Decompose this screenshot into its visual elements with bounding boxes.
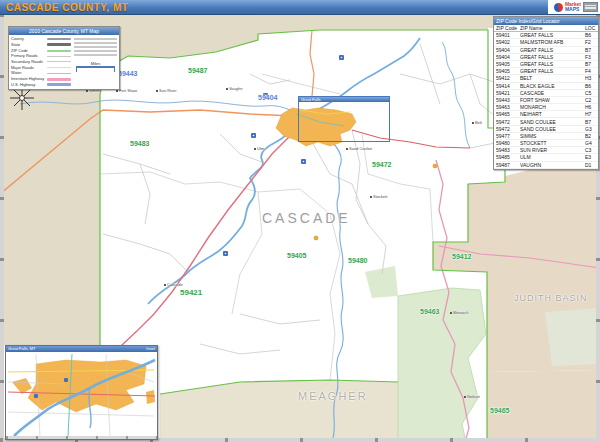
legend-fineprint-line [74, 42, 117, 44]
logo-badge [583, 2, 598, 12]
legend-box: 2010 Cascade County, MT Map CountyStateZ… [8, 26, 120, 90]
legend-fineprint-line [74, 46, 117, 48]
zip-index-row: 59405GREAT FALLSF4 [494, 68, 598, 75]
legend-fineprint: Miles [74, 36, 117, 88]
zip-index-table: ZIP Code Index/Grid Locator ZIP Code ZIP… [493, 16, 599, 170]
zip-index-row: 59487VAUGHND1 [494, 162, 598, 169]
legend-item: Interstate Highway [11, 77, 71, 82]
map-poster: Great Falls 5944359487594045948359421594… [0, 0, 600, 442]
column-header-name: ZIP Name [520, 25, 585, 31]
legend-item: County [11, 37, 71, 42]
logo-word2: MAPS [565, 7, 581, 12]
legend-fineprint-line [74, 50, 117, 52]
great-falls-inset-map: Great Falls, MT Inset [5, 345, 158, 440]
inset-locator-box: Great Falls [298, 96, 390, 142]
region-southeast-county [487, 370, 600, 442]
zip-index-title: ZIP Code Index/Grid Locator [494, 17, 598, 25]
forest-area-east [545, 308, 600, 366]
inset-header-right: Inset [146, 346, 155, 352]
inset-locator-label: Great Falls [299, 97, 389, 102]
zip-index-row: 59483SUN RIVERC3 [494, 147, 598, 154]
region-meagher [160, 380, 398, 442]
zip-index-body: 59401GREAT FALLSB659402MALMSTROM AFBF259… [494, 32, 598, 169]
inset-title: Great Falls, MT [8, 346, 36, 352]
legend-item: Primary Roads [11, 54, 71, 59]
inset-map-canvas [6, 352, 157, 438]
zip-index-row: 59414BLACK EAGLEB6 [494, 83, 598, 90]
zip-index-row: 59477SIMMSB2 [494, 133, 598, 140]
zip-index-column-headers: ZIP Code ZIP Name LOC [494, 25, 598, 32]
logo-mark-icon [554, 3, 563, 12]
zip-index-row: 59485ULME3 [494, 154, 598, 161]
zip-index-row: 59480STOCKETTG4 [494, 140, 598, 147]
page-title: CASCADE COUNTY, MT [0, 2, 128, 13]
legend-items: CountyStateZIP CodePrimary RoadsSecondar… [11, 36, 71, 88]
legend-item: Secondary Roads [11, 59, 71, 64]
legend-title: 2010 Cascade County, MT Map [9, 27, 119, 35]
zip-index-row: 59472SAND COULEEG3 [494, 126, 598, 133]
inset-scale-ruler [6, 436, 157, 439]
zip-index-row: 59401GREAT FALLSB6 [494, 32, 598, 39]
column-header-zip: ZIP Code [494, 25, 520, 31]
zip-index-row: 59443FORT SHAWC2 [494, 97, 598, 104]
publisher-logo: Market MAPS [548, 0, 600, 14]
zip-index-row: 59465NEIHARTH7 [494, 111, 598, 118]
zip-index-row: 59421CASCADEC5 [494, 90, 598, 97]
zip-index-row: 59463MONARCHH6 [494, 104, 598, 111]
grid-ruler-left [0, 14, 4, 442]
legend-fineprint-line [74, 54, 117, 56]
legend-fineprint-line [74, 38, 117, 40]
zip-index-row: 59472SAND COULEEB7 [494, 118, 598, 125]
legend-item: State [11, 42, 71, 47]
zip-index-row: 59404GREAT FALLSB7 [494, 47, 598, 54]
title-bar: CASCADE COUNTY, MT Market MAPS [0, 0, 600, 15]
zip-index-row: 59412BELTH3 [494, 75, 598, 82]
legend-item: U.S. Highway [11, 82, 71, 87]
zip-index-row: 59405GREAT FALLSB7 [494, 61, 598, 68]
zip-index-row: 59404GREAT FALLSF3 [494, 54, 598, 61]
column-header-loc: LOC [585, 25, 598, 31]
legend-scale-bar: Miles [74, 61, 117, 72]
zip-index-row: 59402MALMSTROM AFBF2 [494, 39, 598, 46]
